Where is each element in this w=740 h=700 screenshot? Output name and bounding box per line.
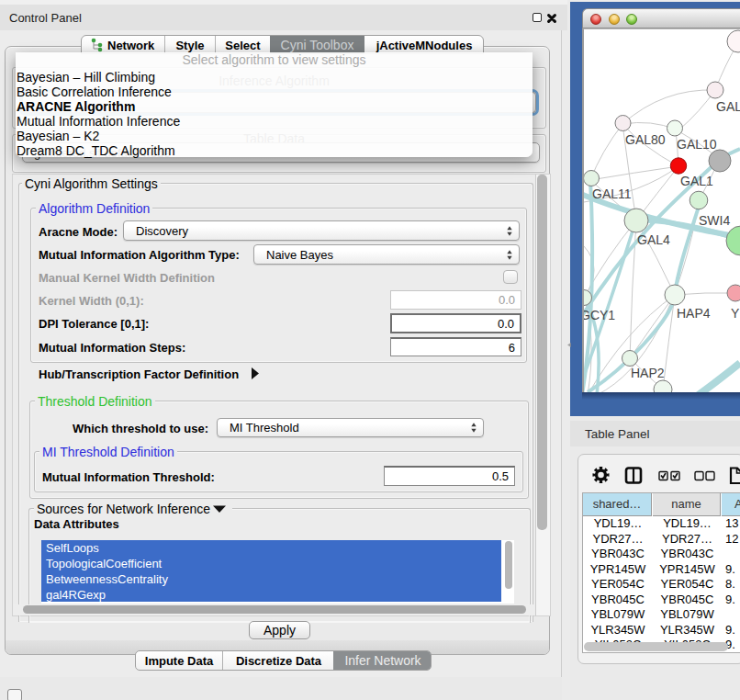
svg-text:SWI4: SWI4 [699,213,730,228]
svg-text:GCY1: GCY1 [584,308,615,322]
svg-text:HAP4: HAP4 [677,306,711,321]
svg-text:GAL4: GAL4 [637,232,670,247]
svg-text:GAL11: GAL11 [592,186,632,201]
svg-text:GAL80: GAL80 [625,132,666,147]
svg-text:HAP2: HAP2 [631,366,665,380]
svg-text:Y: Y [731,306,740,321]
svg-text:GAL7: GAL7 [716,99,740,114]
svg-text:GAL10: GAL10 [677,137,717,152]
svg-text:GAL1: GAL1 [680,174,713,188]
